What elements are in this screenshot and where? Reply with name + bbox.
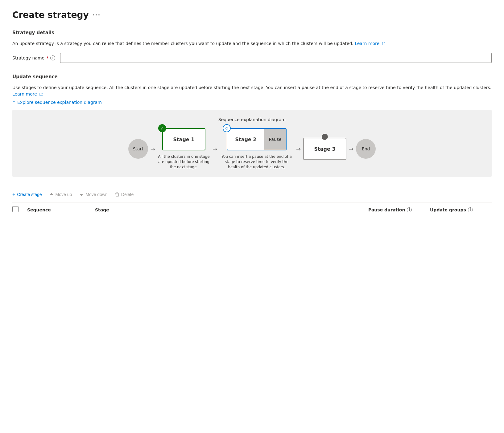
select-all-checkbox[interactable]	[12, 206, 19, 212]
stage3-badge	[322, 134, 328, 140]
refresh-icon: ↻	[225, 126, 229, 131]
strategy-details-heading: Strategy details	[12, 30, 492, 35]
move-down-button[interactable]: Move down	[79, 191, 108, 198]
sequence-diagram-container: Sequence explanation diagram Start → ✓ S…	[12, 110, 492, 177]
arrow-1: →	[148, 146, 158, 152]
check-icon: ✓	[160, 126, 164, 131]
col-header-sequence: Sequence	[27, 207, 95, 212]
stage2-box: Stage 2	[227, 129, 264, 150]
delete-button[interactable]: Delete	[115, 191, 134, 198]
page-title: Create strategy	[12, 10, 89, 20]
diagram-stage2-wrapper: ↻ Stage 2 Pause You can insert a pause a…	[220, 128, 294, 170]
table-header: Sequence Stage Pause duration i Update g…	[12, 202, 492, 217]
diagram-flow: Start → ✓ Stage 1 All the clusters in on…	[20, 128, 484, 170]
col-header-pause-duration: Pause duration i	[368, 207, 430, 212]
plus-icon: +	[12, 192, 15, 197]
pause-duration-info-icon[interactable]: i	[407, 207, 412, 212]
arrow-down-icon	[79, 192, 84, 197]
expand-diagram-link[interactable]: ⌃ Explore sequence explanation diagram	[12, 100, 492, 105]
diagram-end-node: End	[356, 139, 376, 159]
trash-icon	[115, 192, 119, 197]
arrow-2: →	[210, 146, 220, 152]
arrow-up-icon	[49, 192, 54, 197]
stage2-pause-group: Stage 2 Pause	[227, 128, 287, 150]
diagram-stage1-wrapper: ✓ Stage 1 All the clusters in one stage …	[158, 128, 210, 170]
strategy-details-learn-more[interactable]: Learn more	[355, 41, 385, 46]
strategy-name-input[interactable]	[60, 53, 492, 63]
update-sequence-section: Update sequence Use stages to define you…	[12, 74, 492, 217]
external-link-icon-2	[39, 92, 43, 96]
toolbar: + Create stage Move up Move down Delete	[12, 187, 492, 202]
update-sequence-learn-more[interactable]: Learn more	[12, 92, 43, 96]
start-circle: Start	[128, 139, 148, 159]
stage1-badge: ✓	[158, 124, 166, 132]
update-sequence-description: Use stages to define your update sequenc…	[12, 84, 492, 97]
page-title-ellipsis[interactable]: ···	[93, 12, 101, 18]
stage2-label: You can insert a pause at the end of a s…	[220, 154, 294, 170]
diagram-title: Sequence explanation diagram	[20, 117, 484, 122]
stage1-box: Stage 1	[162, 128, 205, 150]
strategy-name-info-icon[interactable]: i	[50, 55, 55, 60]
stage1-label: All the clusters in one stage are update…	[158, 154, 210, 170]
update-groups-info-icon[interactable]: i	[468, 207, 473, 212]
strategy-name-row: Strategy name * i	[12, 53, 492, 63]
required-marker: *	[46, 55, 48, 60]
diagram-start-node: Start	[128, 139, 148, 159]
stage2-badge: ↻	[223, 124, 231, 132]
page-title-container: Create strategy ···	[12, 10, 492, 20]
col-header-stage: Stage	[95, 207, 368, 212]
pause-box: Pause	[264, 129, 286, 150]
move-up-button[interactable]: Move up	[49, 191, 72, 198]
chevron-up-icon: ⌃	[12, 100, 15, 104]
arrow-4: →	[346, 146, 356, 152]
update-sequence-heading: Update sequence	[12, 74, 492, 80]
diagram-stage3-wrapper: Stage 3	[303, 138, 346, 160]
external-link-icon	[382, 42, 386, 46]
end-circle: End	[356, 139, 376, 159]
arrow-3: →	[294, 146, 303, 152]
create-stage-button[interactable]: + Create stage	[12, 190, 42, 198]
col-header-update-groups: Update groups i	[430, 207, 492, 212]
strategy-name-label: Strategy name * i	[12, 55, 55, 60]
strategy-details-section: Strategy details An update strategy is a…	[12, 30, 492, 63]
table-select-all-cell	[12, 206, 27, 213]
strategy-details-description: An update strategy is a strategy you can…	[12, 40, 492, 47]
stage3-box: Stage 3	[303, 138, 346, 160]
